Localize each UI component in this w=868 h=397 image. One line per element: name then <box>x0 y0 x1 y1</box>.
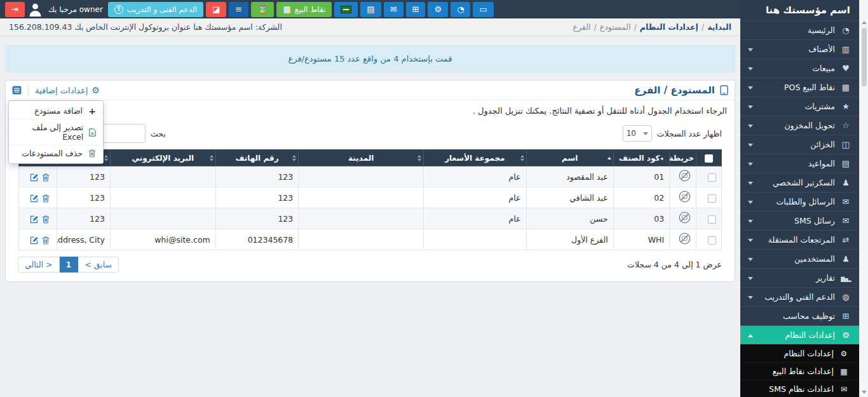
column-header[interactable]: المدينة <box>299 150 424 166</box>
sidebar-item[interactable]: ⚙إعدادات النظام <box>740 325 859 344</box>
sidebar-subitem[interactable]: ▦إعدادات نقاط البيع <box>740 362 859 380</box>
column-header[interactable]: رقم الهاتف <box>215 150 299 166</box>
calculator-button[interactable]: ⊞ <box>406 2 426 17</box>
delete-row-icon[interactable] <box>42 173 50 182</box>
add-warehouse-menu-item[interactable]: +اضافة مستودع <box>9 103 103 119</box>
row-checkbox[interactable] <box>708 173 716 182</box>
sort-icon[interactable] <box>104 155 108 161</box>
breadcrumb-item[interactable]: البداية <box>707 22 731 32</box>
sidebar-item[interactable]: ◔الرئيسية <box>740 20 859 39</box>
company-info: الشركة: اسم مؤسستك هنا عنوان بروتوكول ال… <box>9 22 282 32</box>
scroll-up-arrow-icon[interactable] <box>862 21 867 24</box>
delete-row-icon[interactable] <box>42 194 50 203</box>
screen-button[interactable]: ▭ <box>473 2 493 17</box>
sidebar-item[interactable]: ✉رسائل SMS <box>740 211 859 230</box>
edit-row-icon[interactable] <box>30 215 38 224</box>
sidebar-item-label: رسائل SMS <box>794 216 835 225</box>
scroll-down-arrow-icon[interactable] <box>862 391 867 394</box>
list-alt-icon[interactable] <box>12 86 22 95</box>
menu-item-label: حذف المستودعات <box>22 149 83 158</box>
sidebar-item[interactable]: ☆تحويل المخزون <box>740 116 859 135</box>
chevron-down-icon <box>748 239 753 242</box>
prev-page-button[interactable]: <سابق <box>78 257 119 273</box>
edit-row-icon[interactable] <box>30 194 38 203</box>
gears-icon: ⚙ <box>434 5 442 13</box>
breadcrumb-item[interactable]: الفرع <box>573 22 591 32</box>
hourglass-button[interactable]: ⌛ <box>251 2 274 17</box>
column-header[interactable]: البريد الإلكتروني <box>110 150 215 166</box>
sidebar-item[interactable]: ♟المستخدمين <box>740 249 859 268</box>
edit-row-icon[interactable] <box>30 236 38 245</box>
select-all-checkbox[interactable] <box>705 154 713 163</box>
map-disabled-icon[interactable] <box>679 232 691 245</box>
shuffle-icon: ⇄ <box>840 235 851 245</box>
row-checkbox[interactable] <box>708 194 716 203</box>
sidebar-item[interactable]: ▂▅▇تقارير <box>740 268 859 287</box>
map-disabled-icon[interactable] <box>679 191 691 203</box>
sidebar-item[interactable]: ▦نقاط البيع POS <box>740 77 859 97</box>
row-checkbox[interactable] <box>708 236 716 245</box>
messages-button[interactable]: ✉ <box>384 2 403 17</box>
sidebar-item[interactable]: ✉الرسائل والطلبات <box>740 192 859 211</box>
delete-row-icon[interactable] <box>42 236 50 245</box>
calendar-button[interactable]: ▤ <box>360 2 381 17</box>
next-chevron: > <box>46 260 52 269</box>
select-all-header[interactable] <box>696 150 722 166</box>
sidebar-item[interactable]: ⇄المرتجعات المستقلة <box>740 230 859 249</box>
sort-icon[interactable] <box>292 155 296 161</box>
row-checkbox[interactable] <box>708 215 716 224</box>
sidebar-item[interactable]: ▥الأصناف <box>740 39 859 58</box>
breadcrumb-item[interactable]: المستودع <box>600 22 631 32</box>
chart-icon: ▂▅▇ <box>840 273 851 283</box>
sort-icon[interactable] <box>607 157 611 159</box>
sidebar-item[interactable]: ▤المواعيد <box>740 154 859 173</box>
pos-button[interactable]: ▦نقاط البيع <box>276 2 332 17</box>
price-group-cell: عام <box>424 208 526 229</box>
sidebar-item[interactable]: ◫الخزائن <box>740 135 859 154</box>
map-disabled-icon[interactable] <box>679 212 691 224</box>
delete-row-icon[interactable] <box>42 215 50 224</box>
extra-settings-toggle[interactable]: ⚙ إعدادات إضافية <box>35 85 100 95</box>
sidebar-subitem[interactable]: ✉اعدادات نظام SMS <box>740 380 859 397</box>
gauge-icon: ◔ <box>840 25 851 35</box>
sidebar-item[interactable]: ♥مبيعات <box>740 58 859 77</box>
scrollbar[interactable] <box>859 0 868 397</box>
page-1-button[interactable]: 1 <box>59 257 79 273</box>
sort-icon[interactable] <box>417 155 421 161</box>
map-cell <box>670 187 696 208</box>
edit-row-icon[interactable] <box>30 173 38 182</box>
next-page-button[interactable]: التالي> <box>18 257 60 273</box>
breadcrumb-item[interactable]: إعدادات النظام <box>640 22 698 32</box>
clear-button[interactable]: ◪ <box>206 2 226 17</box>
sort-icon[interactable] <box>210 155 214 161</box>
table-header-row: خريطة٭كود الصنفاسممجموعة الأسعارالمدينةر… <box>19 150 722 166</box>
sidebar-subitem-label: إعدادات نقاط البيع <box>773 367 834 376</box>
delete-warehouses-menu-item[interactable]: حذف المستودعات <box>9 145 103 161</box>
dashboard-button[interactable]: ◔ <box>451 2 470 17</box>
chevron-down-icon <box>748 48 753 51</box>
column-header-label: البريد الإلكتروني <box>132 154 194 163</box>
scrollbar-thumb[interactable] <box>862 28 867 86</box>
page-length-select[interactable]: 10 <box>623 125 652 142</box>
support-training-button[interactable]: ؟الدعم الفنى و التدريب <box>108 2 203 17</box>
sidebar-subitem[interactable]: ⚙إعدادات النظام <box>740 344 859 362</box>
export-excel-menu-item[interactable]: تصدير إلى ملف Excel <box>9 119 103 145</box>
system-gears-button[interactable]: ⚙ <box>428 2 448 17</box>
sort-icon[interactable] <box>520 155 524 161</box>
language-flag-button[interactable] <box>334 2 358 17</box>
sidebar-item[interactable]: ♟السكرتير الشخصي <box>740 173 859 192</box>
map-disabled-icon[interactable] <box>679 170 691 182</box>
sidebar-item[interactable]: ★مشتريات <box>740 97 859 116</box>
envelope-icon: ✉ <box>840 197 851 206</box>
sidebar-item[interactable]: ◍الدعم الفني والتدريب <box>740 287 859 306</box>
user-avatar-button[interactable] <box>27 2 43 17</box>
sidebar-item-label: الدعم الفني والتدريب <box>764 292 835 302</box>
sort-desc-arrow-icon <box>292 159 296 161</box>
sidebar-item-label: السكرتير الشخصي <box>773 178 835 187</box>
sidebar-item[interactable]: ⊞توظيف محاسب <box>740 306 859 325</box>
menu-list-button[interactable]: ≡ <box>229 2 248 17</box>
column-header[interactable]: مجموعة الأسعار <box>424 150 526 166</box>
logout-button[interactable]: ⇥ <box>5 2 25 17</box>
column-header[interactable]: اسم <box>526 150 613 166</box>
grid-icon: ▦ <box>840 83 851 92</box>
